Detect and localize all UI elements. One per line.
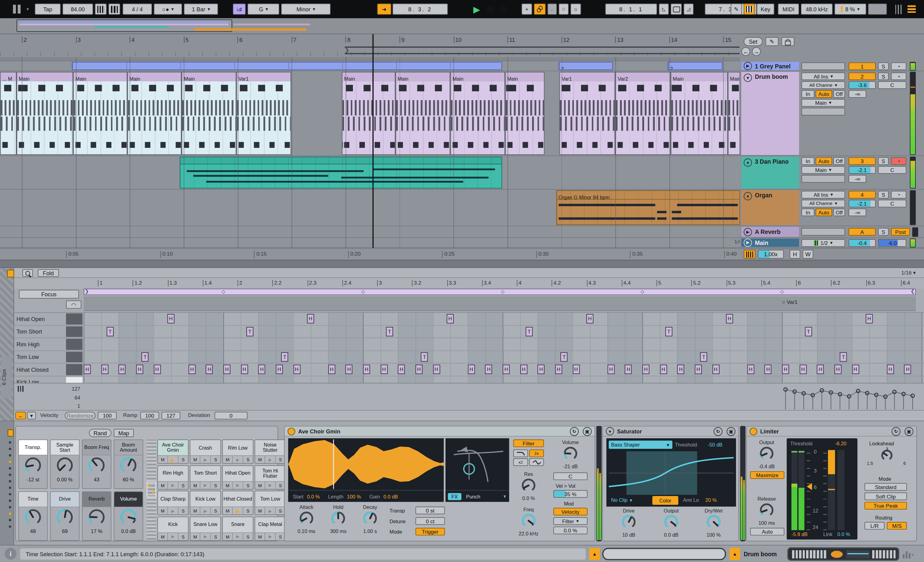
drive-knob[interactable]: Drive10 dB [614, 508, 644, 538]
follow-button[interactable]: ➜ [377, 4, 391, 15]
midi-note[interactable]: T [106, 327, 114, 336]
volume-field[interactable]: -0.4 [849, 239, 876, 247]
header-dan-piano[interactable]: ▼3 Dan Piano In Auto Off Main 3 S ◔ -2.1… [740, 156, 924, 190]
track-lane-main[interactable] [0, 238, 740, 248]
midi-note[interactable]: H [398, 365, 405, 374]
pad-mute-button[interactable]: M [190, 533, 201, 540]
pad-play-icon[interactable]: ▶ [233, 482, 243, 489]
loop-switch-icon[interactable] [671, 4, 682, 15]
res-knob[interactable]: Res0.0 % [513, 471, 544, 501]
mode-truepeak[interactable]: True Peak [864, 502, 907, 510]
pad-mute-button[interactable]: M [255, 482, 265, 489]
monitor-off[interactable]: Off [833, 208, 845, 216]
arm-button[interactable]: 3 [849, 157, 876, 165]
set-locator-button[interactable]: Set [744, 37, 763, 46]
metronome-icon[interactable] [108, 4, 120, 15]
drum-pad-hihat-open[interactable]: Hihat Open M ▶ S [222, 465, 253, 489]
velocity-editor[interactable]: 127 64 1 [14, 383, 924, 410]
cue-icon[interactable]: ◔ [891, 62, 906, 70]
punch-in-icon[interactable]: ◺ [659, 4, 669, 15]
gain-value[interactable]: 0.0 dB [384, 493, 398, 499]
attack-knob[interactable]: Attack0.10 ms [291, 504, 322, 534]
midi-note[interactable]: H [224, 365, 230, 374]
lane-cue-icon[interactable]: ◠ [66, 301, 81, 309]
midi-note[interactable]: H [625, 365, 632, 374]
arrangement-position-field[interactable]: 8. 3. 2 [392, 4, 448, 15]
sample-display[interactable] [288, 438, 444, 490]
midi-note[interactable]: T [421, 352, 428, 361]
pad-overview-grid[interactable] [147, 439, 156, 540]
pad-mute-button[interactable]: M [223, 456, 233, 464]
arm-button[interactable]: 1 [849, 62, 876, 70]
monitor-auto[interactable]: Auto [816, 90, 832, 98]
amtlo-value[interactable]: 20 % [705, 497, 717, 503]
midi-note[interactable]: H [136, 365, 143, 374]
pad-play-icon[interactable]: ▶ [233, 533, 243, 540]
groove-pool-button[interactable]: ○● [154, 4, 182, 15]
input-type-menu[interactable]: All Ins [801, 72, 845, 80]
pad-play-icon[interactable]: ▶ [168, 482, 178, 489]
output-menu[interactable]: Main [801, 99, 845, 106]
volume-field[interactable]: -3.6 [849, 81, 876, 89]
zoom-width-button[interactable]: W [803, 250, 813, 259]
midi-note[interactable]: H [573, 365, 580, 374]
drum-lane-hihat-open[interactable]: Hihat Open HHHHHH [14, 313, 924, 325]
pad-play-icon[interactable]: ▶ [168, 533, 178, 540]
drum-pad-tom-short[interactable]: Tom Short M ▶ S [190, 465, 221, 489]
pad-solo-button[interactable]: S [243, 507, 253, 515]
drum-pad-snare-low[interactable]: Snare Low M ▶ S [190, 516, 221, 540]
scroll-tab-right[interactable]: ▲ [730, 548, 740, 561]
lane-grid[interactable]: HHHHHH [84, 313, 924, 325]
lane-grid[interactable] [84, 338, 924, 350]
midi-note[interactable]: H [363, 365, 370, 374]
link-value[interactable]: 0.0 % [837, 532, 850, 537]
midi-note[interactable]: H [189, 365, 195, 374]
drum-pad-hihat-closed[interactable]: Hihat Closed M ▶ S [222, 491, 253, 515]
clip-drum[interactable]: Main [670, 72, 728, 155]
cue-icon-active[interactable]: ◔ [891, 157, 906, 165]
drum-pad-tom-hi-flutter[interactable]: Tom Hi Flutter M ▶ S [255, 465, 286, 489]
lane-grid[interactable]: TTTTTT [84, 351, 924, 363]
midi-note[interactable]: T [141, 352, 148, 361]
auto-release-button[interactable]: Auto [750, 528, 784, 535]
solo-button[interactable]: S [878, 62, 889, 70]
solo-button[interactable]: S [878, 191, 889, 199]
detune-field[interactable]: 0 ct [416, 517, 445, 525]
drum-pad-clap-sharp[interactable]: Clap Sharp M ▶ S [158, 491, 189, 515]
midi-map-button[interactable]: MIDI [778, 4, 799, 15]
drywet-knob[interactable]: Dry/Wet100 % [698, 508, 729, 538]
midi-note[interactable]: T [665, 327, 672, 336]
midi-note[interactable]: H [537, 365, 544, 374]
lane-chain-cell[interactable] [66, 376, 82, 383]
cue-icon[interactable]: ◔ [891, 191, 906, 199]
key-map-button[interactable]: Key [756, 4, 774, 15]
monitor-in[interactable]: In [801, 157, 814, 165]
scale-root-menu[interactable]: G [248, 4, 279, 15]
lane-dropdown-icon[interactable]: ▾ [27, 412, 36, 420]
device-chain-thumbnail[interactable] [788, 547, 899, 561]
tempo-field[interactable]: 84.00 [62, 4, 93, 15]
ramp-to-field[interactable]: 127 [161, 412, 180, 420]
loop-diamond-icon[interactable]: ◇ [361, 289, 366, 294]
midi-note[interactable]: H [660, 365, 667, 374]
drum-pad-tom-low[interactable]: Tom Low M ▶ S [255, 491, 286, 515]
arm-button[interactable]: 2 [849, 72, 876, 80]
limiter-header[interactable]: Limiter ↻ ▣ [747, 426, 916, 436]
pad-mute-button[interactable]: M [158, 533, 168, 540]
pad-solo-button[interactable]: S [178, 456, 188, 464]
clip-drum[interactable]: Var1 [559, 72, 615, 155]
pan-field[interactable]: -6.0 [878, 239, 907, 247]
deviation-field[interactable]: 0 [214, 412, 248, 420]
fx-type-menu[interactable]: Punch [466, 493, 480, 499]
clip-start-marker[interactable]: ○ Var1 [782, 299, 798, 305]
color-toggle[interactable]: Color [652, 496, 678, 505]
fold-icon[interactable]: ▼ [606, 427, 614, 435]
midi-note[interactable]: T [386, 327, 393, 336]
send-a-field[interactable]: -∞ [849, 175, 866, 183]
cue-icon[interactable]: ◔ [891, 72, 906, 80]
midi-note[interactable]: H [468, 365, 475, 374]
pad-solo-button[interactable]: S [211, 507, 220, 515]
volume-knob[interactable]: Volume-21 dB [549, 439, 592, 469]
volume-field[interactable]: -2.1 [849, 200, 876, 207]
editor-ruler[interactable]: 11.21.31.422.22.32.433.23.33.444.24.34.4… [14, 278, 924, 289]
